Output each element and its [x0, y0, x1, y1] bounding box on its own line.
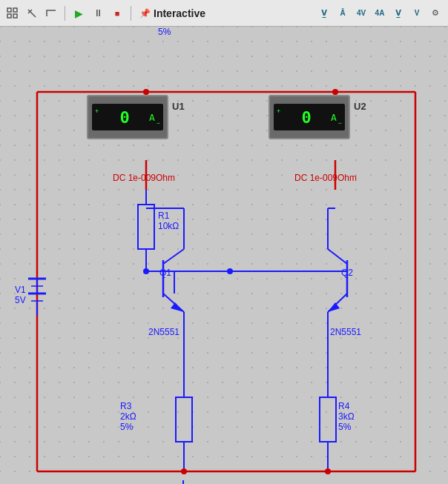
v-icon-4[interactable]: V: [409, 5, 425, 21]
r1-tolerance: 5%: [158, 27, 171, 37]
meter-u2: + 0 A −: [269, 95, 350, 139]
r4-label: R4: [338, 401, 349, 411]
svg-rect-48: [320, 397, 336, 442]
mode-title: Interactive: [154, 7, 205, 19]
meter-u2-display: + 0 A −: [274, 104, 345, 130]
svg-line-4: [28, 10, 36, 17]
q1-model: 2N5551: [148, 327, 179, 337]
a-icon-2[interactable]: 4A: [372, 5, 388, 21]
u1-label: U1: [172, 101, 185, 112]
meter-u1: + 0 A −: [87, 95, 168, 139]
toolbar-right: V̲ Â 4V 4A V̲ V ⚙: [316, 5, 444, 21]
a-icon-1[interactable]: Â: [335, 5, 351, 21]
svg-point-59: [227, 268, 233, 274]
v-icon-1[interactable]: V̲: [316, 5, 332, 21]
r1-label: R1: [158, 210, 169, 221]
meter-u1-unit: A: [149, 112, 155, 123]
svg-point-45: [325, 468, 331, 474]
play-button[interactable]: ▶: [70, 5, 87, 21]
v-icon-2[interactable]: 4V: [353, 5, 369, 21]
q2-label: Q2: [341, 268, 353, 278]
stop-button[interactable]: ■: [109, 5, 125, 21]
meter-u1-minus: −: [157, 119, 160, 127]
mode-label: 📌 Interactive: [139, 7, 205, 19]
u2-label: U2: [354, 101, 366, 112]
q2-model: 2N5551: [330, 327, 361, 337]
pause-button[interactable]: ⏸: [90, 5, 106, 21]
meter-u2-minus: −: [338, 119, 342, 127]
svg-line-32: [328, 249, 347, 264]
meter-u1-plus: +: [95, 107, 99, 115]
circuit-diagram: [0, 27, 448, 484]
options-icon[interactable]: ⚙: [427, 5, 444, 21]
snap-icon[interactable]: [24, 5, 40, 21]
r3-tolerance: 5%: [120, 422, 133, 432]
svg-rect-47: [176, 397, 192, 442]
meter-u1-display: + 0 A −: [92, 104, 163, 130]
svg-rect-0: [7, 8, 11, 12]
svg-point-44: [181, 468, 187, 474]
v1-label: V1: [15, 285, 26, 295]
circuit-canvas: + 0 A − U1 DC 1e-009Ohm + 0 A − U2 DC 1e…: [0, 27, 448, 484]
svg-marker-37: [328, 302, 340, 312]
u2-sublabel: DC 1e-009Ohm: [294, 173, 357, 183]
r3-label: R3: [120, 401, 131, 411]
meter-u2-value: 0: [282, 108, 331, 127]
u1-sublabel: DC 1e-009Ohm: [113, 173, 175, 183]
r3-value: 2kΩ: [120, 411, 136, 422]
svg-marker-28: [171, 302, 184, 312]
v-icon-3[interactable]: V̲: [390, 5, 406, 21]
meter-u1-value: 0: [100, 108, 149, 127]
svg-rect-2: [7, 14, 11, 18]
svg-rect-3: [13, 14, 17, 18]
separator-2: [131, 6, 131, 21]
svg-rect-1: [13, 8, 17, 12]
r4-value: 3kΩ: [338, 411, 355, 422]
grid-icon[interactable]: [4, 5, 21, 21]
svg-rect-46: [138, 205, 154, 249]
q1-label: Q1: [159, 268, 171, 278]
r1-value: 10kΩ: [158, 221, 179, 231]
v1-value: 5V: [15, 295, 26, 305]
svg-line-24: [163, 249, 184, 264]
meter-u2-unit: A: [331, 112, 337, 123]
pin-icon: 📌: [139, 8, 151, 19]
toolbar: ▶ ⏸ ■ 📌 Interactive V̲ Â 4V 4A V̲ V ⚙: [0, 0, 448, 27]
wire-icon[interactable]: [43, 5, 59, 21]
meter-u2-plus: +: [277, 107, 280, 115]
separator-1: [65, 6, 65, 21]
r4-tolerance: 5%: [338, 422, 351, 432]
